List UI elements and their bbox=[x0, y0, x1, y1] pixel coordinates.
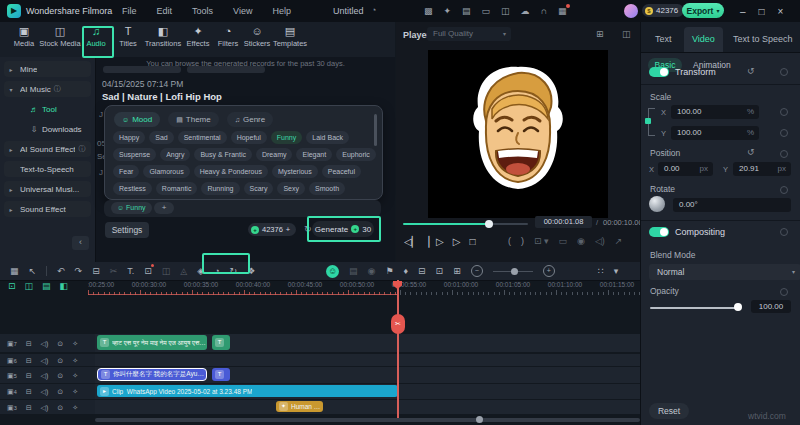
mask-track-icon[interactable]: ◧ bbox=[60, 281, 69, 291]
mute-track-icon[interactable]: ◁) bbox=[41, 404, 49, 411]
popup-scrollbar[interactable] bbox=[374, 114, 377, 146]
auto-ripple-icon[interactable]: ◉ bbox=[368, 262, 376, 280]
playhead-line[interactable] bbox=[397, 280, 399, 418]
mute-track-icon[interactable]: ◁) bbox=[41, 372, 49, 379]
filter-placeholder[interactable] bbox=[187, 66, 265, 73]
sidebar-item-downloads[interactable]: ⇩Downloads bbox=[4, 121, 91, 137]
marker-icon[interactable]: ⚑ bbox=[385, 262, 393, 280]
hide-track-icon[interactable]: ⊙ bbox=[57, 357, 63, 364]
menu-edit[interactable]: Edit bbox=[157, 6, 173, 16]
category-tab-mood[interactable]: ☺Mood bbox=[114, 112, 160, 127]
cloud-icon[interactable]: ☁ bbox=[521, 6, 530, 16]
text-clip[interactable]: T你叫什麼名字 我的名字是Ayush是Si... bbox=[97, 368, 207, 381]
menu-file[interactable]: File bbox=[122, 6, 137, 16]
coins-badge[interactable]: $ 42376 bbox=[642, 4, 684, 17]
close-button[interactable]: × bbox=[778, 6, 784, 17]
mood-tag-angry[interactable]: Angry bbox=[160, 148, 190, 161]
previous-frame-icon[interactable]: ◁▏ bbox=[404, 236, 419, 247]
scale-y-keyframe-icon[interactable] bbox=[780, 129, 788, 137]
timeline-ruler[interactable]: 00:00:25:0000:00:30:0000:00:35:0000:00:4… bbox=[88, 280, 640, 295]
opacity-keyframe-icon[interactable] bbox=[780, 288, 788, 296]
mood-tag-happy[interactable]: Happy bbox=[113, 131, 145, 144]
hide-track-icon[interactable]: ⊙ bbox=[57, 372, 63, 379]
settings-button[interactable]: Settings bbox=[105, 222, 149, 238]
split-icon[interactable]: ✂ bbox=[110, 262, 118, 280]
transform-reset-icon[interactable]: ↺ bbox=[747, 66, 755, 76]
device-preview-icon[interactable]: ▭ bbox=[482, 6, 491, 16]
toolbar-more-icon[interactable]: ▾ bbox=[614, 262, 619, 280]
quality-dropdown[interactable]: Full Quality▾ bbox=[427, 27, 511, 41]
prompt-bar[interactable]: ☺ Funny + bbox=[104, 200, 381, 217]
tab-titles[interactable]: TTitles bbox=[119, 25, 137, 48]
audio-track-icon[interactable]: ◫ bbox=[25, 281, 34, 291]
play-icon[interactable]: ▷ bbox=[453, 236, 461, 247]
undo-icon[interactable]: ↶ bbox=[57, 262, 65, 280]
crop-ratio-icon[interactable]: ⊡ ▾ bbox=[534, 236, 549, 246]
audio-sync-icon[interactable]: ▤ bbox=[349, 262, 358, 280]
tab-transitions[interactable]: ◧Transitions bbox=[145, 25, 181, 48]
track-type-icon[interactable]: ▣7 bbox=[7, 340, 17, 347]
stop-icon[interactable]: □ bbox=[469, 236, 475, 247]
rotate-dial[interactable] bbox=[649, 196, 665, 212]
playback-progress[interactable] bbox=[403, 223, 488, 225]
maximize-button[interactable]: □ bbox=[759, 6, 765, 17]
tab-stickers[interactable]: ☺Stickers bbox=[244, 25, 271, 48]
sidebar-item-ai-music[interactable]: ▾AI Musicⓘ bbox=[4, 81, 91, 97]
text-clip[interactable]: T bbox=[212, 335, 230, 350]
auto-cut-icon[interactable]: ⊡ bbox=[436, 262, 444, 280]
mood-tag-sexy[interactable]: Sexy bbox=[277, 182, 305, 195]
lock-track-icon[interactable]: ⊟ bbox=[26, 340, 32, 347]
lock-track-icon[interactable]: ⊟ bbox=[26, 404, 32, 411]
mood-tag-sad[interactable]: Sad bbox=[149, 131, 173, 144]
captions-icon[interactable]: ⊞ bbox=[453, 262, 461, 280]
insert-clip-icon[interactable]: ⊡ bbox=[8, 281, 16, 291]
scale-x-keyframe-icon[interactable] bbox=[780, 108, 788, 116]
rotate-input[interactable]: 0.00° bbox=[673, 198, 791, 212]
mood-tag-sentimental[interactable]: Sentimental bbox=[178, 131, 227, 144]
apps-grid-icon[interactable]: ▦ bbox=[558, 6, 567, 16]
mood-tag-funny[interactable]: Funny bbox=[271, 131, 302, 144]
mood-tag-running[interactable]: Running bbox=[201, 182, 239, 195]
minimize-button[interactable]: – bbox=[740, 6, 746, 17]
speech-to-text-icon[interactable]: ⊟ bbox=[418, 262, 426, 280]
scale-y-input[interactable]: 100.00% bbox=[671, 126, 759, 140]
mood-tag-restless[interactable]: Restless bbox=[113, 182, 152, 195]
collapse-sidebar-button[interactable]: ‹ bbox=[72, 236, 89, 250]
tab-effects[interactable]: ✦Effects bbox=[187, 25, 210, 48]
position-y-input[interactable]: 20.91px bbox=[733, 162, 791, 176]
scrollbar-grip[interactable] bbox=[476, 416, 483, 423]
mini-window-icon[interactable]: ◫ bbox=[622, 29, 631, 39]
hide-track-icon[interactable]: ⊙ bbox=[57, 404, 63, 411]
hide-track-icon[interactable]: ⊙ bbox=[57, 388, 63, 395]
lock-track-icon[interactable]: ⊟ bbox=[26, 372, 32, 379]
add-mood-button[interactable]: + bbox=[154, 202, 174, 214]
mood-tag-busy-frantic[interactable]: Busy & Frantic bbox=[194, 148, 252, 161]
menu-help[interactable]: Help bbox=[272, 6, 291, 16]
mute-track-icon[interactable]: ◁) bbox=[41, 388, 49, 395]
lock-track-icon[interactable]: ⊟ bbox=[26, 357, 32, 364]
compositing-keyframe-icon[interactable] bbox=[780, 228, 788, 236]
track-height-icon[interactable]: ∷ bbox=[598, 262, 604, 280]
mood-tag-euphoric[interactable]: Euphoric bbox=[336, 148, 376, 161]
sidebar-item-sound-effect[interactable]: ▸Sound Effect bbox=[4, 201, 91, 217]
redo-icon[interactable]: ↷ bbox=[75, 262, 83, 280]
tab-text-to-speech[interactable]: Text to Speech bbox=[725, 27, 800, 52]
transform-keyframe-icon[interactable] bbox=[780, 68, 788, 76]
user-avatar[interactable] bbox=[624, 4, 638, 18]
menu-tools[interactable]: Tools bbox=[192, 6, 213, 16]
hide-track-icon[interactable]: ⊙ bbox=[57, 340, 63, 347]
position-reset-icon[interactable]: ↺ bbox=[747, 147, 755, 157]
credits-badge[interactable]: + 42376 + bbox=[248, 223, 296, 236]
feedback-icon[interactable]: ▤ bbox=[462, 6, 471, 16]
tab-media[interactable]: ▣Media bbox=[14, 25, 34, 48]
voiceover-icon[interactable]: ♦ bbox=[403, 262, 408, 280]
position-x-input[interactable]: 0.00px bbox=[658, 162, 713, 176]
mark-in-icon[interactable]: ( bbox=[508, 236, 511, 246]
sidebar-item-text-to-speech[interactable]: Text-to-Speech bbox=[4, 161, 91, 177]
sidebar-item-universal-musi[interactable]: ▸Universal Musi... bbox=[4, 181, 91, 197]
zoom-in-icon[interactable]: + bbox=[543, 265, 555, 277]
sidebar-item-ai-sound-effect[interactable]: ▸AI Sound Effectⓘ bbox=[4, 141, 91, 157]
mood-tag-scary[interactable]: Scary bbox=[244, 182, 274, 195]
split-screen-icon[interactable]: ⊞ bbox=[596, 29, 604, 39]
tab-text[interactable]: Text bbox=[647, 27, 680, 52]
